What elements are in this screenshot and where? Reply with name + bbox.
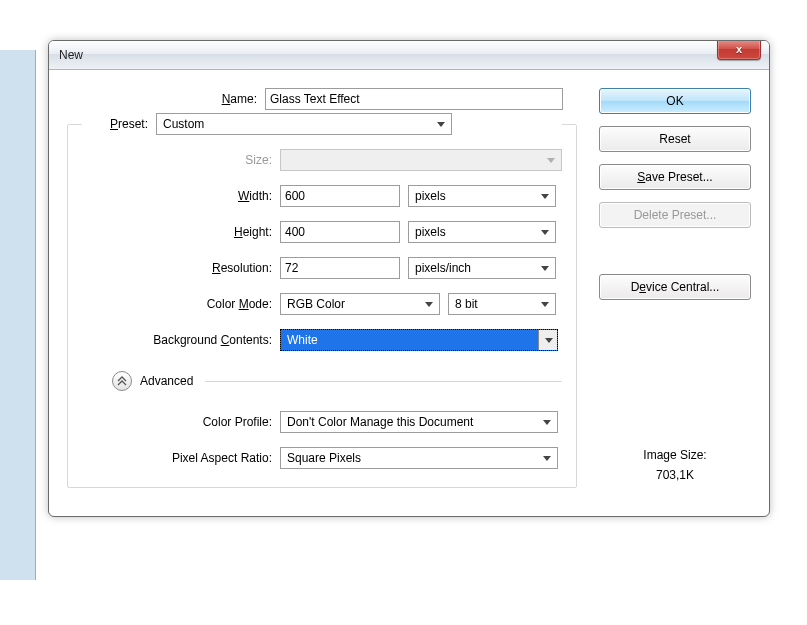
app-background-strip bbox=[0, 50, 36, 580]
chevron-down-icon bbox=[437, 122, 445, 127]
size-label: Size: bbox=[82, 153, 280, 167]
name-label: Name: bbox=[67, 92, 265, 106]
ok-button[interactable]: OK bbox=[599, 88, 751, 114]
advanced-label: Advanced bbox=[140, 374, 193, 388]
image-size-info: Image Size: 703,1K bbox=[599, 352, 751, 488]
bg-contents-combo[interactable]: White bbox=[280, 329, 558, 351]
advanced-toggle[interactable] bbox=[112, 371, 132, 391]
height-unit-combo[interactable]: pixels bbox=[408, 221, 556, 243]
advanced-divider bbox=[205, 381, 562, 382]
chevron-down-icon bbox=[425, 302, 433, 307]
pixel-aspect-label: Pixel Aspect Ratio: bbox=[82, 451, 280, 465]
resolution-input[interactable] bbox=[280, 257, 400, 279]
width-label: Width: bbox=[82, 189, 280, 203]
double-chevron-up-icon bbox=[117, 376, 127, 386]
pixel-aspect-combo[interactable]: Square Pixels bbox=[280, 447, 558, 469]
width-unit-combo[interactable]: pixels bbox=[408, 185, 556, 207]
color-profile-combo[interactable]: Don't Color Manage this Document bbox=[280, 411, 558, 433]
size-combo bbox=[280, 149, 562, 171]
pixel-aspect-value: Square Pixels bbox=[287, 451, 361, 465]
resolution-label: Resolution: bbox=[82, 261, 280, 275]
color-profile-label: Color Profile: bbox=[82, 415, 280, 429]
device-central-button[interactable]: Device Central... bbox=[599, 274, 751, 300]
bg-contents-value: White bbox=[287, 333, 318, 347]
color-mode-value: RGB Color bbox=[287, 297, 345, 311]
preset-combo[interactable]: Custom bbox=[156, 113, 452, 135]
delete-preset-button: Delete Preset... bbox=[599, 202, 751, 228]
resolution-unit-combo[interactable]: pixels/inch bbox=[408, 257, 556, 279]
color-mode-label: Color Mode: bbox=[82, 297, 280, 311]
chevron-down-icon bbox=[541, 194, 549, 199]
reset-button[interactable]: Reset bbox=[599, 126, 751, 152]
chevron-down-icon bbox=[543, 456, 551, 461]
save-preset-button[interactable]: Save Preset... bbox=[599, 164, 751, 190]
chevron-down-icon bbox=[541, 266, 549, 271]
preset-label: Preset: bbox=[82, 117, 156, 131]
new-document-dialog: New x Name: bbox=[48, 40, 770, 517]
height-unit-value: pixels bbox=[415, 225, 446, 239]
chevron-down-icon bbox=[541, 230, 549, 235]
preset-value: Custom bbox=[163, 117, 204, 131]
image-size-value: 703,1K bbox=[599, 468, 751, 482]
name-input[interactable] bbox=[265, 88, 563, 110]
close-button[interactable]: x bbox=[717, 40, 761, 60]
close-icon: x bbox=[736, 43, 742, 55]
preset-group: Preset: Custom Size: bbox=[67, 124, 577, 488]
resolution-unit-value: pixels/inch bbox=[415, 261, 471, 275]
height-input[interactable] bbox=[280, 221, 400, 243]
chevron-down-icon bbox=[541, 302, 549, 307]
height-label: Height: bbox=[82, 225, 280, 239]
chevron-down-icon bbox=[543, 420, 551, 425]
chevron-down-icon bbox=[545, 338, 553, 343]
color-depth-value: 8 bit bbox=[455, 297, 478, 311]
bg-contents-label: Background Contents: bbox=[82, 333, 280, 347]
titlebar: New x bbox=[49, 41, 769, 70]
width-unit-value: pixels bbox=[415, 189, 446, 203]
color-profile-value: Don't Color Manage this Document bbox=[287, 415, 473, 429]
image-size-label: Image Size: bbox=[599, 448, 751, 462]
color-depth-combo[interactable]: 8 bit bbox=[448, 293, 556, 315]
color-mode-combo[interactable]: RGB Color bbox=[280, 293, 440, 315]
width-input[interactable] bbox=[280, 185, 400, 207]
dialog-title: New bbox=[59, 48, 83, 62]
chevron-down-icon bbox=[547, 158, 555, 163]
